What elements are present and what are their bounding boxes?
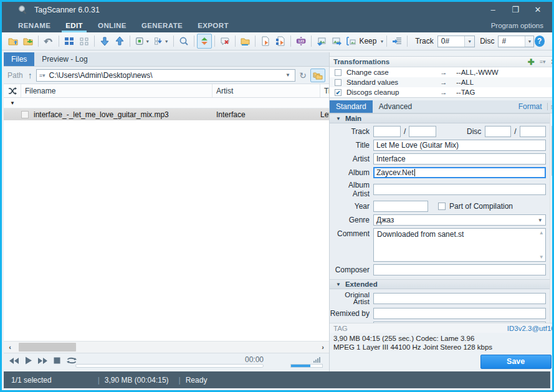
rewind-button[interactable]: [9, 357, 19, 365]
year-input[interactable]: [373, 201, 428, 212]
folder-view-button[interactable]: [237, 34, 252, 49]
chevron-down-icon[interactable]: ▼: [464, 36, 474, 47]
shuffle-column-header[interactable]: [4, 84, 21, 97]
search-button[interactable]: [176, 34, 191, 49]
program-options-button[interactable]: Program options: [491, 18, 552, 32]
tab-advanced[interactable]: Advanced: [373, 100, 418, 113]
resize-cover-control[interactable]: Keep ▼: [345, 36, 384, 47]
compilation-checkbox[interactable]: [438, 203, 446, 210]
view-grid-button[interactable]: [62, 34, 77, 49]
horizontal-scrollbar[interactable]: ‹ ›: [4, 341, 329, 353]
disc-total-input[interactable]: [520, 126, 546, 137]
remixed-by-input[interactable]: [373, 308, 546, 319]
folder-up-icon[interactable]: ↑: [28, 70, 32, 80]
track-total-input[interactable]: [409, 126, 436, 137]
stop-button[interactable]: [54, 357, 60, 364]
filter-row[interactable]: ▼: [4, 98, 329, 108]
browse-folders-button[interactable]: [310, 69, 325, 82]
volume-slider[interactable]: [290, 364, 323, 368]
scrollbar-thumb[interactable]: [19, 343, 76, 351]
menu-online[interactable]: ONLINE: [90, 18, 134, 32]
transformation-menu-icon[interactable]: ≡▾: [540, 59, 546, 65]
original-artist-input[interactable]: [373, 293, 546, 304]
seek-bar[interactable]: [75, 364, 264, 368]
title-input[interactable]: Let Me Love (Guitar Mix): [373, 140, 546, 151]
chevron-down-icon[interactable]: ▼: [538, 218, 543, 223]
scroll-right-icon[interactable]: ›: [317, 343, 329, 351]
chevron-down-icon[interactable]: ▼: [525, 36, 533, 47]
renumber-tracks-button[interactable]: 123: [294, 34, 308, 49]
close-button[interactable]: ✕: [528, 4, 547, 16]
save-button[interactable]: Save: [480, 355, 552, 369]
track-format-combo[interactable]: 0# ▼: [437, 36, 475, 47]
path-input[interactable]: ≡▾ C:\Users\Admin\Desktop\news\ ▼: [36, 69, 295, 82]
import-cover-button[interactable]: [314, 34, 329, 49]
title-column-header[interactable]: Title: [320, 84, 329, 97]
move-up-button[interactable]: [112, 34, 127, 49]
transformation-row-discogs-cleanup[interactable]: ✔ Discogs cleanup → --TAG ▼: [330, 87, 554, 97]
disc-number-input[interactable]: [485, 126, 511, 137]
open-folder-button[interactable]: [6, 34, 21, 49]
close-panel-icon[interactable]: ✕: [550, 58, 554, 66]
track-number-input[interactable]: [373, 126, 401, 137]
minimize-button[interactable]: –: [484, 4, 502, 16]
help-button[interactable]: ?: [535, 36, 545, 47]
scrollbar-track[interactable]: [16, 342, 317, 353]
remove-tag-button[interactable]: [217, 34, 232, 49]
undo-button[interactable]: [41, 34, 56, 49]
transformation-row-change-case[interactable]: Change case → --ALL,-WWW ▲: [330, 67, 554, 77]
expand-panel-icon[interactable]: □: [549, 100, 554, 113]
genre-select[interactable]: Джаз▼: [373, 214, 546, 226]
filter-dropdown-icon[interactable]: ▼: [10, 100, 15, 106]
album-input[interactable]: Zaycev.Net: [373, 167, 546, 178]
composer-input[interactable]: [373, 264, 546, 275]
vertical-scrollbar[interactable]: ▲ ▼: [550, 113, 554, 323]
run-files-button[interactable]: [273, 34, 288, 49]
format-link[interactable]: Format: [515, 100, 546, 113]
scroll-left-icon[interactable]: ‹: [4, 343, 16, 351]
transform-tags-button[interactable]: [197, 34, 212, 49]
transformation-checkbox[interactable]: [335, 69, 341, 76]
export-cover-button[interactable]: [329, 34, 344, 49]
menu-generate[interactable]: GENERATE: [134, 18, 190, 32]
filename-column-header[interactable]: Filename: [21, 84, 213, 97]
disc-format-combo[interactable]: # ▼: [498, 36, 534, 47]
artist-column-header[interactable]: Artist: [213, 84, 320, 97]
comment-textarea[interactable]: Downloaded from sanet.st ▲ ▼: [373, 228, 546, 262]
scrollbar-track[interactable]: [550, 123, 554, 313]
scroll-up-icon[interactable]: ▲: [539, 230, 544, 236]
transformation-row-standard-values[interactable]: Standard values → --ALL: [330, 77, 554, 87]
row-checkbox[interactable]: [21, 111, 29, 118]
menu-edit[interactable]: EDIT: [58, 18, 90, 32]
play-button[interactable]: [25, 356, 32, 365]
add-folder-button[interactable]: [21, 34, 36, 49]
album-artist-input[interactable]: [373, 184, 546, 195]
section-main[interactable]: ▼Main: [330, 113, 550, 123]
transformation-checkbox[interactable]: [335, 79, 341, 86]
view-list-button[interactable]: [77, 34, 92, 49]
send-to-playlist-button[interactable]: [389, 34, 404, 49]
move-down-button[interactable]: [97, 34, 112, 49]
tag-version-value[interactable]: ID3v2.3@utf16: [507, 325, 554, 332]
tab-standard[interactable]: Standard: [330, 100, 373, 113]
section-extended[interactable]: ▼Extended: [330, 279, 550, 289]
artist-input[interactable]: Interface: [373, 153, 546, 165]
sort-button[interactable]: ▼: [151, 34, 171, 49]
fast-forward-button[interactable]: [37, 357, 48, 365]
add-transformation-icon[interactable]: ✚: [528, 57, 535, 67]
maximize-button[interactable]: ❐: [506, 4, 525, 16]
file-list-empty-area[interactable]: [4, 120, 329, 341]
tab-preview-log[interactable]: Preview - Log: [34, 52, 95, 66]
transformation-checkbox-checked[interactable]: ✔: [335, 89, 341, 96]
scroll-down-icon[interactable]: ▼: [539, 254, 544, 260]
repeat-button[interactable]: [66, 356, 77, 365]
refresh-icon[interactable]: ↻: [297, 70, 309, 80]
scrollbar-thumb[interactable]: [552, 126, 554, 176]
chevron-down-icon[interactable]: ▼: [284, 72, 292, 78]
menu-rename[interactable]: RENAME: [11, 18, 58, 32]
run-file-button[interactable]: [258, 34, 273, 49]
select-mode-button[interactable]: ▼: [133, 34, 152, 49]
menu-export[interactable]: EXPORT: [190, 18, 236, 32]
tab-files[interactable]: Files: [4, 52, 34, 66]
table-row[interactable]: interface_-_let_me_love_guitar_mix.mp3 I…: [4, 108, 329, 120]
